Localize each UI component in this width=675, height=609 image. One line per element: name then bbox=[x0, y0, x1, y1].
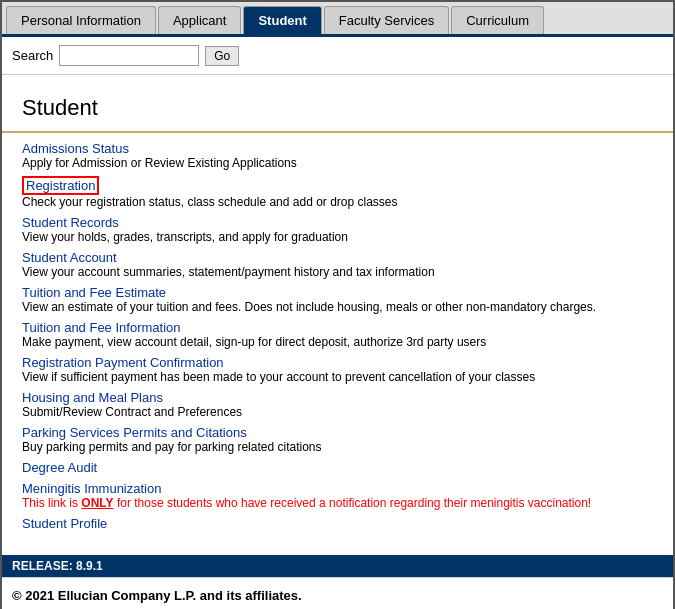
page-title: Student bbox=[2, 75, 673, 131]
list-item: Registration Payment Confirmation View i… bbox=[22, 355, 653, 384]
tuition-fee-info-desc: Make payment, view account detail, sign-… bbox=[22, 335, 653, 349]
housing-meal-link[interactable]: Housing and Meal Plans bbox=[22, 390, 653, 405]
tab-applicant[interactable]: Applicant bbox=[158, 6, 241, 34]
student-records-link[interactable]: Student Records bbox=[22, 215, 653, 230]
list-item: Tuition and Fee Information Make payment… bbox=[22, 320, 653, 349]
list-item: Registration Check your registration sta… bbox=[22, 176, 653, 209]
list-item: Student Profile bbox=[22, 516, 653, 531]
nav-tabs: Personal Information Applicant Student F… bbox=[2, 2, 673, 37]
list-item: Admissions Status Apply for Admission or… bbox=[22, 141, 653, 170]
list-item: Degree Audit bbox=[22, 460, 653, 475]
list-item: Meningitis Immunization This link is ONL… bbox=[22, 481, 653, 510]
meningitis-link[interactable]: Meningitis Immunization bbox=[22, 481, 653, 496]
search-input[interactable] bbox=[59, 45, 199, 66]
tab-student[interactable]: Student bbox=[243, 6, 321, 34]
copyright-bar: © 2021 Ellucian Company L.P. and its aff… bbox=[2, 577, 673, 609]
list-item: Tuition and Fee Estimate View an estimat… bbox=[22, 285, 653, 314]
tuition-fee-estimate-desc: View an estimate of your tuition and fee… bbox=[22, 300, 653, 314]
tuition-fee-info-link[interactable]: Tuition and Fee Information bbox=[22, 320, 653, 335]
registration-payment-link[interactable]: Registration Payment Confirmation bbox=[22, 355, 653, 370]
degree-audit-link[interactable]: Degree Audit bbox=[22, 460, 653, 475]
registration-desc: Check your registration status, class sc… bbox=[22, 195, 653, 209]
meningitis-desc: This link is ONLY for those students who… bbox=[22, 496, 653, 510]
registration-payment-desc: View if sufficient payment has been made… bbox=[22, 370, 653, 384]
menu-section: Admissions Status Apply for Admission or… bbox=[22, 133, 653, 545]
parking-desc: Buy parking permits and pay for parking … bbox=[22, 440, 653, 454]
student-records-desc: View your holds, grades, transcripts, an… bbox=[22, 230, 653, 244]
list-item: Parking Services Permits and Citations B… bbox=[22, 425, 653, 454]
tab-curriculum[interactable]: Curriculum bbox=[451, 6, 544, 34]
list-item: Student Account View your account summar… bbox=[22, 250, 653, 279]
only-text: ONLY bbox=[81, 496, 113, 510]
tab-personal-information[interactable]: Personal Information bbox=[6, 6, 156, 34]
search-label: Search bbox=[12, 48, 53, 63]
registration-link[interactable]: Registration bbox=[22, 176, 99, 195]
student-account-link[interactable]: Student Account bbox=[22, 250, 653, 265]
search-bar: Search Go bbox=[2, 37, 673, 75]
housing-meal-desc: Submit/Review Contract and Preferences bbox=[22, 405, 653, 419]
list-item: Student Records View your holds, grades,… bbox=[22, 215, 653, 244]
list-item: Housing and Meal Plans Submit/Review Con… bbox=[22, 390, 653, 419]
tuition-fee-estimate-link[interactable]: Tuition and Fee Estimate bbox=[22, 285, 653, 300]
page-wrapper: Personal Information Applicant Student F… bbox=[0, 0, 675, 609]
student-profile-link[interactable]: Student Profile bbox=[22, 516, 653, 531]
admissions-status-link[interactable]: Admissions Status bbox=[22, 141, 653, 156]
tab-faculty-services[interactable]: Faculty Services bbox=[324, 6, 449, 34]
main-content: Admissions Status Apply for Admission or… bbox=[2, 131, 673, 545]
parking-link[interactable]: Parking Services Permits and Citations bbox=[22, 425, 653, 440]
release-bar: RELEASE: 8.9.1 bbox=[2, 555, 673, 577]
admissions-status-desc: Apply for Admission or Review Existing A… bbox=[22, 156, 653, 170]
search-button[interactable]: Go bbox=[205, 46, 239, 66]
student-account-desc: View your account summaries, statement/p… bbox=[22, 265, 653, 279]
